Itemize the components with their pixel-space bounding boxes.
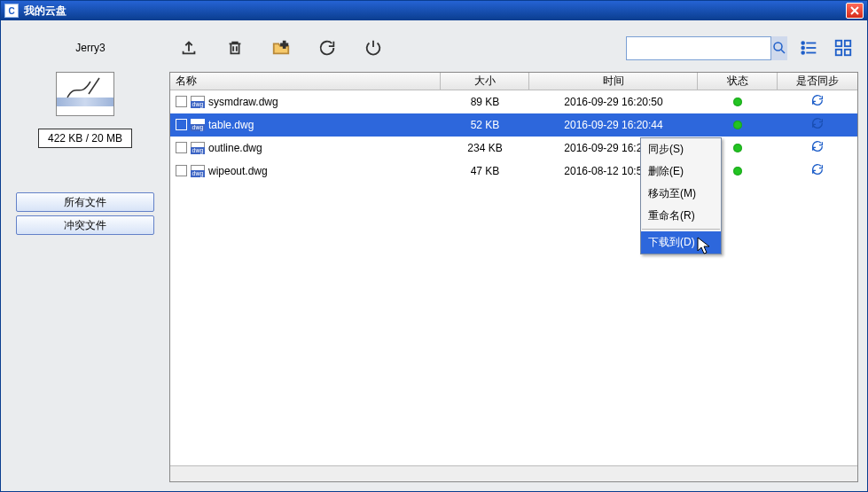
row-checkbox[interactable] [176, 96, 187, 107]
refresh-button[interactable] [315, 35, 340, 60]
svg-point-5 [802, 51, 804, 54]
toolbar [166, 35, 386, 60]
titlebar: C 我的云盘 [1, 1, 867, 20]
file-time: 2016-09-29 16:20:50 [529, 96, 698, 108]
dwg-file-icon [191, 165, 205, 177]
storage-quota: 422 KB / 20 MB [38, 129, 132, 148]
row-checkbox[interactable] [176, 119, 187, 130]
status-dot-icon [733, 144, 742, 152]
nav-all-files[interactable]: 所有文件 [16, 192, 154, 212]
list-view-button[interactable] [800, 38, 819, 58]
file-row[interactable]: table.dwg 52 KB 2016-09-29 16:20:44 [170, 113, 857, 137]
window: C 我的云盘 Jerry3 [0, 0, 868, 492]
close-button[interactable] [846, 3, 864, 19]
file-size: 52 KB [441, 119, 529, 131]
ctx-delete[interactable]: 删除(E) [641, 160, 721, 183]
file-size: 89 KB [441, 96, 529, 108]
dwg-file-icon [191, 96, 205, 108]
ctx-download[interactable]: 下载到(D) [641, 231, 721, 254]
file-row[interactable]: wipeout.dwg 47 KB 2016-08-12 10:54:09 [170, 160, 857, 183]
new-folder-button[interactable] [269, 35, 293, 60]
nav-conflict-files[interactable]: 冲突文件 [16, 215, 154, 235]
ctx-separator [642, 229, 720, 230]
svg-rect-9 [845, 50, 850, 55]
power-button[interactable] [361, 35, 386, 60]
file-size: 234 KB [441, 142, 529, 154]
grid-view-button[interactable] [833, 38, 853, 58]
horizontal-scrollbar[interactable] [170, 465, 857, 481]
app-icon: C [4, 4, 19, 18]
sync-icon[interactable] [810, 162, 825, 179]
dwg-file-icon [191, 142, 205, 154]
dwg-file-icon [191, 119, 205, 131]
col-header-name[interactable]: 名称 [170, 73, 441, 90]
status-dot-icon [733, 98, 742, 106]
grid-header: 名称 大小 时间 状态 是否同步 [170, 73, 857, 90]
row-checkbox[interactable] [176, 165, 187, 176]
svg-point-4 [802, 47, 804, 50]
sync-icon[interactable] [810, 93, 825, 110]
sidebar-nav: 所有文件 冲突文件 [16, 192, 154, 235]
sidebar: 422 KB / 20 MB 所有文件 冲突文件 [10, 72, 160, 482]
file-row[interactable]: outline.dwg 234 KB 2016-09-29 16:20:38 [170, 137, 857, 160]
col-header-time[interactable]: 时间 [529, 73, 698, 90]
ctx-move[interactable]: 移动至(M) [641, 183, 721, 205]
file-grid: 名称 大小 时间 状态 是否同步 sysmdraw.dwg 89 KB [169, 72, 858, 482]
search-box [626, 36, 782, 60]
username-label: Jerry3 [15, 42, 166, 54]
col-header-sync[interactable]: 是否同步 [778, 73, 857, 90]
svg-point-3 [802, 42, 804, 44]
file-time: 2016-09-29 16:20:44 [529, 119, 698, 131]
delete-button[interactable] [223, 35, 247, 60]
client-area: Jerry3 [1, 20, 867, 491]
ctx-sync[interactable]: 同步(S) [641, 138, 721, 160]
view-toggle [800, 38, 853, 58]
svg-rect-8 [836, 50, 841, 55]
file-name: sysmdraw.dwg [208, 96, 278, 108]
col-header-size[interactable]: 大小 [441, 73, 529, 90]
sync-icon[interactable] [810, 139, 825, 156]
search-button[interactable] [770, 36, 787, 60]
svg-rect-7 [845, 41, 850, 46]
upload-button[interactable] [176, 35, 201, 60]
file-row[interactable]: sysmdraw.dwg 89 KB 2016-09-29 16:20:50 [170, 90, 857, 113]
preview-thumbnail [56, 72, 114, 116]
file-name: outline.dwg [208, 142, 262, 154]
grid-body: sysmdraw.dwg 89 KB 2016-09-29 16:20:50 t… [170, 90, 857, 465]
svg-rect-6 [836, 41, 841, 46]
svg-rect-1 [281, 43, 287, 45]
top-bar: Jerry3 [10, 29, 858, 72]
file-name: wipeout.dwg [208, 165, 268, 177]
ctx-rename[interactable]: 重命名(R) [641, 205, 721, 227]
context-menu: 同步(S) 删除(E) 移动至(M) 重命名(R) 下载到(D) [640, 137, 722, 254]
svg-point-2 [774, 43, 782, 51]
body-area: 422 KB / 20 MB 所有文件 冲突文件 名称 大小 时间 状态 是否同… [10, 72, 858, 482]
col-header-status[interactable]: 状态 [698, 73, 778, 90]
window-title: 我的云盘 [24, 4, 846, 19]
file-name: table.dwg [208, 119, 254, 131]
sync-icon[interactable] [810, 116, 825, 133]
row-checkbox[interactable] [176, 142, 187, 153]
status-dot-icon [733, 167, 742, 176]
status-dot-icon [733, 121, 742, 129]
file-size: 47 KB [441, 165, 529, 177]
search-input[interactable] [627, 37, 770, 59]
